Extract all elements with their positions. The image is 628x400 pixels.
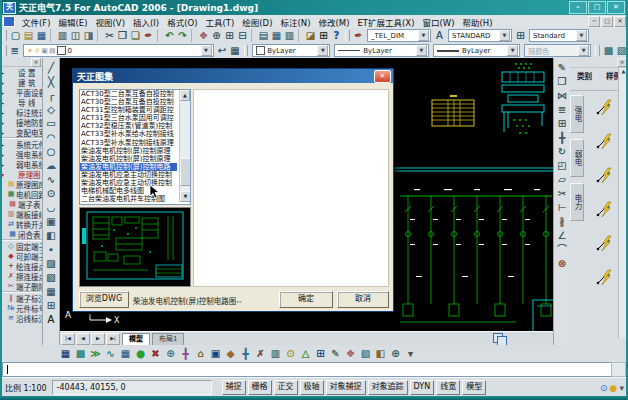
te-grid-tool-icon[interactable]: ▦: [58, 346, 73, 360]
match-properties-icon[interactable]: ✒: [142, 29, 158, 42]
scrollbar-thumb[interactable]: [180, 158, 191, 186]
menu-item[interactable]: 绘图(D): [238, 18, 276, 28]
atlas-list-item[interactable]: 柴油发电机应急主动切换控制: [80, 179, 177, 187]
layout-tab[interactable]: 模型: [122, 333, 150, 345]
sidebar-item[interactable]: + 绘连接点: [0, 261, 42, 271]
switch-symbol-3[interactable]: [595, 167, 617, 187]
explode-icon[interactable]: ⊗: [555, 256, 569, 270]
switch-symbol-5[interactable]: [595, 235, 617, 255]
color-dropdown[interactable]: ByLayer ▼: [252, 44, 330, 57]
sidebar-item[interactable]: ▸ 系统元件: [0, 139, 42, 149]
sidebar-item[interactable]: ▾ 原理图: [0, 169, 42, 179]
help-icon[interactable]: ?: [330, 29, 343, 42]
fillet-icon[interactable]: ⌒: [555, 242, 569, 256]
te-panel-tool-icon[interactable]: ▥: [268, 346, 283, 360]
te-table-tool-icon[interactable]: ▩: [73, 346, 88, 360]
region-icon[interactable]: ▦: [44, 284, 58, 298]
ok-button[interactable]: 确定: [279, 291, 333, 308]
sidebar-item[interactable]: ▸ 变配电室: [0, 127, 42, 138]
toolbar-grip[interactable]: [244, 45, 249, 56]
te-wave-tool-icon[interactable]: ∿: [103, 346, 118, 360]
sidebar-item[interactable]: ▸ 接地防雷: [0, 117, 42, 127]
table-style-dropdown[interactable]: Standard ▼: [529, 29, 589, 42]
sidebar-item[interactable]: ▸ 平面设备: [0, 87, 42, 97]
switch-symbol-2[interactable]: [595, 133, 617, 153]
te-house-tool-icon[interactable]: ⌂: [193, 346, 208, 360]
toolbar-grip[interactable]: [2, 30, 7, 41]
layer-states-icon[interactable]: ▦: [229, 44, 242, 57]
mdi-close-button[interactable]: ✕: [614, 16, 626, 27]
hatch-icon[interactable]: ▨: [44, 256, 58, 270]
coordinates-readout[interactable]: -40443, 40155, 0: [52, 380, 212, 395]
linetype-dropdown[interactable]: ByLayer ▼: [334, 44, 429, 57]
erase-icon[interactable]: ✎: [555, 60, 569, 74]
zoom-realtime-icon[interactable]: ⊕: [210, 29, 223, 42]
menu-item[interactable]: 格式(O): [163, 18, 201, 28]
dim-style-dropdown[interactable]: _TEL_DIM ▼: [367, 29, 431, 42]
te-style-icon[interactable]: ▩: [602, 44, 615, 57]
menu-item[interactable]: 帮助(H): [459, 18, 497, 28]
stretch-icon[interactable]: ▱: [555, 172, 569, 186]
close-icon[interactable]: ✕: [31, 58, 41, 67]
te-more-tool-icon[interactable]: ▾: [403, 346, 418, 360]
mirror-icon[interactable]: ⋈: [555, 88, 569, 102]
atlas-list-item[interactable]: ACT31型三台水泵因用可调控: [80, 114, 177, 122]
dim-style-icon[interactable]: ✒: [352, 29, 365, 42]
chamfer-icon[interactable]: ∠: [555, 228, 569, 242]
atlas-list-item[interactable]: ACT31型控制箱装置可调距控: [80, 106, 177, 114]
layer-previous-icon[interactable]: ↩: [216, 44, 229, 57]
rectangle-icon[interactable]: ▭: [44, 116, 58, 130]
status-toggle-button[interactable]: 捕捉: [222, 380, 246, 395]
table-icon[interactable]: ⊞: [44, 298, 58, 312]
communication-center-icon[interactable]: ⊙: [600, 383, 608, 393]
te-hatch-tool-icon[interactable]: ▧: [358, 346, 373, 360]
array-icon[interactable]: ⊞: [555, 116, 569, 130]
gradient-icon[interactable]: ▧: [44, 270, 58, 284]
toolbar-lock-icon[interactable]: ●: [610, 383, 618, 393]
status-toggle-button[interactable]: 模型: [462, 380, 486, 395]
layer-manager-icon[interactable]: ≣: [9, 44, 21, 57]
plot-preview-icon[interactable]: ◫: [69, 29, 82, 42]
atlas-list-item[interactable]: 柴油发电机应急主动切换控制: [80, 171, 177, 179]
rotate-icon[interactable]: ↻: [555, 144, 569, 158]
tab-nav-button[interactable]: ▶: [91, 333, 105, 345]
tool-palettes-icon[interactable]: ▥: [283, 29, 299, 42]
sidebar-item[interactable]: ⇄ 转换开关: [0, 219, 42, 229]
sidebar-item[interactable]: ◆ 可卸端子: [0, 251, 42, 261]
menu-item[interactable]: 标注(N): [276, 18, 314, 28]
menu-item[interactable]: 插入(I): [129, 18, 163, 28]
move-icon[interactable]: ╋: [555, 130, 569, 144]
table-style-icon[interactable]: ⊞: [514, 29, 527, 42]
te-pen-tool-icon[interactable]: ✎: [328, 346, 343, 360]
palette-tab[interactable]: 弱电: [570, 139, 584, 177]
mtext-icon[interactable]: A: [44, 312, 58, 326]
atlas-list-item[interactable]: 二台柴油发电机并车控制图: [80, 195, 177, 203]
menu-item[interactable]: 窗口(W): [418, 18, 458, 28]
scroll-up-icon[interactable]: ▲: [622, 68, 626, 74]
status-toggle-button[interactable]: 对象追踪: [368, 380, 408, 395]
drawing-canvas[interactable]: X A 天正图集 ✕ ACT30型二台泵互备自投控制ACT30型二台泵互备自投控…: [60, 58, 553, 331]
tab-nav-button[interactable]: ◀: [76, 333, 90, 345]
atlas-list-item[interactable]: ACT30型二台泵互备自投控制: [80, 90, 177, 98]
atlas-list-item[interactable]: 柴油发电机控制(屏)控制原理: [80, 147, 177, 155]
line-icon[interactable]: ╱: [44, 60, 58, 74]
plot-icon[interactable]: ▥: [56, 29, 69, 42]
sidebar-item[interactable]: ▸ 标注统计: [0, 107, 42, 117]
switch-symbol-6[interactable]: [595, 269, 617, 289]
te-plus-tool-icon[interactable]: ╋: [238, 346, 253, 360]
atlas-list-item[interactable]: 柴油发电机控制(屏)控制电路: [80, 163, 177, 171]
publish-icon[interactable]: ◨: [82, 29, 98, 42]
mdi-minimize-button[interactable]: ─: [588, 16, 600, 27]
dialog-close-icon[interactable]: ✕: [374, 70, 391, 83]
sidebar-item[interactable]: ✗ 擦连接点: [0, 271, 42, 281]
insert-block-icon[interactable]: ▣: [44, 214, 58, 228]
markup-icon[interactable]: ◪: [304, 29, 317, 42]
designcenter-icon[interactable]: ▦: [270, 29, 283, 42]
plotstyle-dropdown[interactable]: 随颜色 ▼: [524, 44, 591, 57]
ellipse-icon[interactable]: ⊙: [44, 186, 58, 200]
trim-icon[interactable]: ✂: [555, 186, 569, 200]
sidebar-item[interactable]: ▦ 闭合表: [0, 229, 42, 240]
copy-icon[interactable]: ❐: [116, 29, 129, 42]
atlas-list-item[interactable]: ACT33型补水泵给水控制接线: [80, 130, 177, 138]
sidebar-item[interactable]: ≋ 沿线标注: [0, 313, 42, 323]
